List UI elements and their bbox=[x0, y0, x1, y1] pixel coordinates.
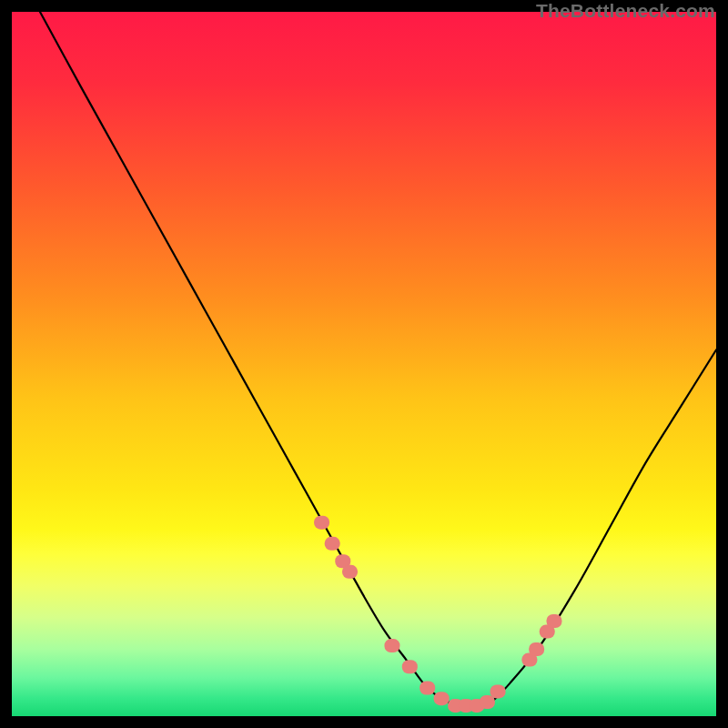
heat-gradient-background bbox=[12, 12, 716, 716]
data-point bbox=[314, 516, 329, 530]
chart-frame bbox=[12, 12, 716, 716]
bottleneck-chart bbox=[12, 12, 716, 716]
data-point bbox=[402, 660, 418, 673]
data-point bbox=[384, 639, 399, 652]
data-point bbox=[490, 684, 506, 698]
data-point bbox=[529, 642, 544, 656]
data-point bbox=[546, 614, 561, 628]
data-point bbox=[325, 537, 340, 551]
data-point bbox=[420, 682, 435, 695]
data-point bbox=[434, 692, 450, 705]
data-point bbox=[342, 565, 358, 579]
watermark-text: TheBottleneck.com bbox=[536, 0, 715, 22]
data-point bbox=[480, 695, 495, 709]
